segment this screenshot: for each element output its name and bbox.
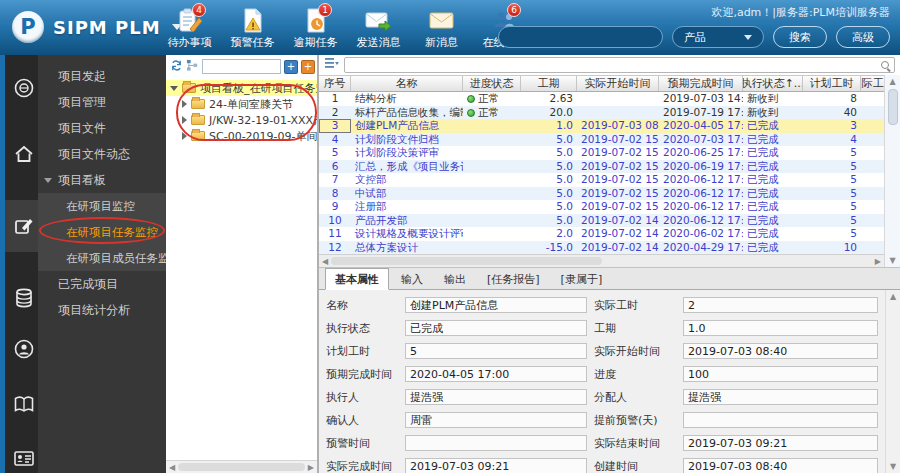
field-value[interactable] [405,435,587,451]
field-value[interactable]: 100 [683,366,878,382]
column-header[interactable]: 实际开始时间 [577,76,659,91]
toolbar-item[interactable]: 预警任务 [221,8,284,50]
field-value[interactable]: 2019-07-03 08:40 [683,458,878,473]
detail-tab[interactable]: [隶属于] [552,269,612,289]
field-value[interactable]: 5 [405,343,587,359]
column-header[interactable]: 实际工... [861,76,885,91]
sidebar-menu-item[interactable]: 项目发起 [38,63,166,89]
advanced-search-button[interactable]: 高级 [836,26,890,48]
detail-vertical-scrollbar[interactable]: ▲ ▼ [885,290,900,473]
app-logo[interactable]: P SIPM PLM [12,11,182,43]
scroll-up-arrow[interactable]: ▲ [890,292,896,301]
column-header[interactable]: 序号 [319,76,351,91]
sidebar-menu-item[interactable]: 在研项目任务监控 [38,219,166,245]
table-row[interactable]: 3创建PLM产品信息1.02019-07-03 08:402020-04-05 … [319,119,884,133]
search-button[interactable]: 搜索 [773,26,827,48]
scroll-right-arrow[interactable]: ▶ [308,463,314,472]
sidebar-menu-item[interactable]: 在研项目监控 [38,193,166,219]
column-header[interactable]: 进度状态 [463,76,521,91]
field-value[interactable]: 提浩强 [405,389,587,405]
column-header[interactable]: 预期完成时间 [659,76,743,91]
field-value[interactable]: 提浩强 [683,389,878,405]
detail-tab[interactable]: 输入 [392,269,432,289]
column-header[interactable]: 执行状态↑... [743,76,803,91]
toolbar-item[interactable]: 发送消息 [347,8,410,50]
sidebar-menu-item[interactable]: 项目文件 [38,115,166,141]
scrollbar-thumb[interactable] [178,463,305,471]
tree-node[interactable]: J/KW-32-19-01-XXX产品设计 [166,112,317,128]
table-row[interactable]: 10产品开发部5.02019-07-02 14:442020-06-12 17:… [319,214,884,228]
sidebar-menu-item[interactable]: 项目文件动态 [38,141,166,167]
edit-icon[interactable] [13,215,35,237]
table-horizontal-scrollbar[interactable]: ◀ ▶ [319,254,884,267]
caret-right-icon[interactable] [182,132,187,140]
table-row[interactable]: 11设计规格及概要设计评审2.02019-07-02 14:382020-06-… [319,227,884,241]
table-row[interactable]: 12总体方案设计-15.02019-07-02 14:312020-04-29 … [319,241,884,255]
grid-search-input[interactable] [344,57,895,73]
refresh-icon[interactable] [170,59,183,75]
sidebar-menu-item[interactable]: 项目看板 [38,167,166,193]
table-cell: 7 [319,173,351,187]
table-row[interactable]: 2标杆产品信息收集，编制FF...正常20.02019-07-19 17:00新… [319,106,884,120]
caret-right-icon[interactable] [182,100,187,108]
field-value[interactable] [683,412,878,428]
column-header[interactable]: 工期 [521,76,577,91]
table-row[interactable]: 8中试部5.02019-07-02 15:072020-06-12 17:00已… [319,187,884,201]
field-value[interactable]: 1.0 [683,320,878,336]
tree-root-node[interactable]: 项目看板_在研项目任务监控 [166,80,317,96]
sidebar-menu-item[interactable]: 已完成项目 [38,271,166,297]
field-value[interactable]: 已完成 [405,320,587,336]
scroll-up-arrow[interactable]: ▲ [889,77,895,86]
org-tree-icon[interactable] [186,59,199,75]
detail-tab[interactable]: [任务报告] [478,269,549,289]
table-row[interactable]: 5计划阶段决策评审5.02019-07-02 15:302020-06-25 1… [319,146,884,160]
home-icon[interactable] [13,143,35,165]
sidebar-menu-item[interactable]: 项目统计分析 [38,297,166,323]
field-value[interactable]: 2020-04-05 17:00 [405,366,587,382]
tree-node[interactable]: 24-单间室膝关节 [166,96,317,112]
scroll-down-arrow[interactable]: ▼ [890,462,896,471]
toolbar-item[interactable]: 新消息 [410,8,473,50]
tree-node[interactable]: SC-00-2019-09-单间室膝关节 [166,128,317,144]
table-row[interactable]: 6汇总，形成《项目业务计划...5.02019-07-02 15:132020-… [319,160,884,174]
scroll-left-arrow[interactable]: ◀ [322,257,328,266]
field-value[interactable]: 2019-07-03 09:21 [405,458,587,473]
tree-filter-input[interactable] [202,59,281,74]
column-menu-icon[interactable] [324,57,339,73]
table-row[interactable]: 1结构分析正常2.632019-07-03 14:00新收到8 [319,92,884,106]
caret-right-icon[interactable] [182,116,187,124]
tree-expand-all-button[interactable]: + [284,60,298,74]
scrollbar-thumb[interactable] [888,89,898,125]
table-row[interactable]: 4计划阶段文件归档5.02019-07-02 15:382020-07-03 1… [319,133,884,147]
tree-horizontal-scrollbar[interactable]: ◀ ▶ [166,460,317,473]
table-vertical-scrollbar[interactable]: ▲ ▼ [884,75,900,267]
toolbar-item[interactable]: 1逾期任务 [284,8,347,50]
tree-collapse-all-button[interactable]: + [301,60,315,74]
field-value[interactable]: 2019-07-03 09:21 [683,435,878,451]
column-header[interactable]: 名称 [351,76,463,91]
caret-down-icon[interactable] [170,86,178,91]
table-row[interactable]: 7文控部5.02019-07-02 15:112020-06-12 17:00已… [319,173,884,187]
scroll-right-arrow[interactable]: ▶ [875,257,881,266]
sidebar-menu-item[interactable]: 项目管理 [38,89,166,115]
database-icon[interactable] [13,287,35,309]
sidebar-menu-item[interactable]: 在研项目成员任务监控 [38,245,166,271]
id-card-icon[interactable] [13,447,35,469]
scroll-down-arrow[interactable]: ▼ [889,256,895,265]
detail-tab[interactable]: 输出 [435,269,475,289]
search-category-select[interactable]: 产品 [672,26,764,48]
field-value[interactable]: 创建PLM产品信息 [405,297,587,313]
toolbar-item[interactable]: 4待办事项 [158,8,221,50]
field-value[interactable]: 2 [683,297,878,313]
scrollbar-thumb[interactable] [331,257,601,265]
field-value[interactable]: 2019-07-03 08:40 [683,343,878,359]
table-row[interactable]: 9注册部5.02019-07-02 15:032020-06-12 17:00已… [319,200,884,214]
search-input[interactable] [498,26,663,48]
field-value[interactable]: 周雷 [405,412,587,428]
support-icon[interactable] [13,338,35,360]
column-header[interactable]: 计划工时 [803,76,861,91]
detail-tab[interactable]: 基本属性 [325,268,389,290]
book-icon[interactable] [13,393,35,415]
sipm-badge-icon[interactable] [13,77,35,99]
scroll-left-arrow[interactable]: ◀ [169,463,175,472]
